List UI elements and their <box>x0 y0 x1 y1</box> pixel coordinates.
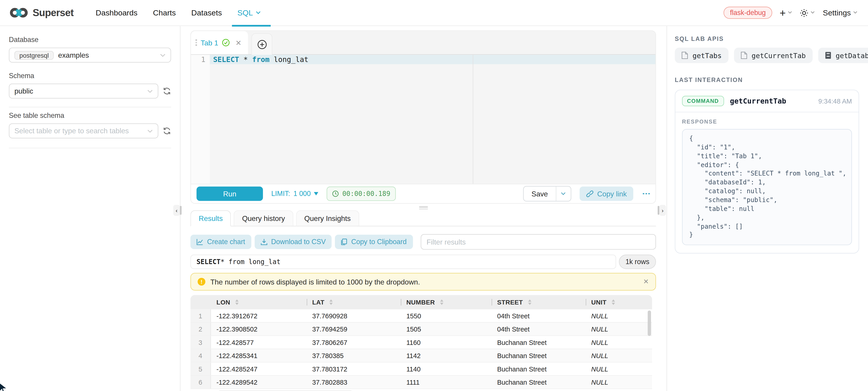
download-csv-button[interactable]: Download to CSV <box>255 235 332 249</box>
sort-icon[interactable] <box>528 299 531 305</box>
document-icon <box>741 52 747 59</box>
nav-datasets[interactable]: Datasets <box>191 0 222 26</box>
chevron-down-icon <box>853 11 858 14</box>
horizontal-scrollbar[interactable] <box>190 390 652 391</box>
more-actions-button[interactable] <box>643 193 650 194</box>
query-preview-row: SELECT * from long_lat 1k rows <box>190 255 656 269</box>
api-chip-getcurrenttab[interactable]: getCurrentTab <box>734 48 812 63</box>
row-limit-warning: ! The number of rows displayed is limite… <box>190 273 656 291</box>
table-row[interactable]: 3 -122.428577 37.7806267 1160 Buchanan S… <box>190 336 652 350</box>
table-row[interactable]: 6 -122.4289542 37.7802883 1111 Buchanan … <box>190 376 652 389</box>
results-grid: LON LAT NUMBER STREET UNIT 1 -122.391267… <box>190 295 652 389</box>
chevron-down-icon <box>256 11 261 14</box>
database-select[interactable]: postgresql examples <box>9 48 171 63</box>
response-json: { "id": "1", "title": "Tab 1", "editor":… <box>689 134 845 240</box>
table-select[interactable]: Select table or type to search tables <box>9 124 158 138</box>
table-schema-label: See table schema <box>9 112 171 120</box>
table-row[interactable]: 1 -122.3912672 37.7690928 1550 04th Stre… <box>190 309 652 323</box>
results-section: Results Query history Query Insights Cre… <box>190 210 656 391</box>
limit-dropdown[interactable]: LIMIT: 1 000 <box>271 190 318 198</box>
response-label: RESPONSE <box>682 119 852 125</box>
query-timer: 00:00:00.189 <box>327 187 396 201</box>
save-button[interactable]: Save <box>524 187 556 201</box>
tab-query-history[interactable]: Query history <box>234 210 293 226</box>
superset-infinity-icon <box>9 7 29 19</box>
link-icon <box>586 190 593 197</box>
command-badge: COMMAND <box>682 96 724 106</box>
collapse-right-panel-button[interactable]: › <box>659 205 666 216</box>
editor-tabbar: Tab 1 ✕ <box>191 31 655 55</box>
new-item-button[interactable]: + <box>780 7 793 18</box>
column-header-number[interactable]: NUMBER <box>401 295 492 309</box>
sidebar-divider <box>9 107 171 107</box>
schema-sidebar: Database postgresql examples Schema publ… <box>0 26 181 391</box>
copy-link-button[interactable]: Copy link <box>579 187 633 201</box>
table-row[interactable]: 4 -122.4285341 37.780385 1142 Buchanan S… <box>190 349 652 363</box>
chart-icon <box>196 239 203 245</box>
chevron-down-icon <box>160 53 165 57</box>
database-label: Database <box>9 36 171 43</box>
refresh-schemas-icon[interactable] <box>163 87 171 95</box>
sort-icon[interactable] <box>440 299 443 305</box>
tab-query-insights[interactable]: Query Insights <box>296 210 359 226</box>
api-chip-getdatabases[interactable]: getDatabases <box>818 48 868 63</box>
query-tab-1[interactable]: Tab 1 ✕ <box>191 31 248 54</box>
sort-icon[interactable] <box>330 299 333 305</box>
interaction-timestamp: 9:34:48 AM <box>818 97 852 105</box>
left-panel-drag-handle[interactable] <box>180 206 182 215</box>
sql-code-line: SELECT * from long_lat <box>213 55 308 64</box>
schema-select[interactable]: public <box>9 84 158 99</box>
chevron-down-icon <box>147 129 153 133</box>
close-warning-icon[interactable]: ✕ <box>643 278 649 286</box>
sun-icon <box>800 9 808 17</box>
sql-code-editor[interactable]: 1 SELECT * from long_lat <box>191 55 655 184</box>
sort-icon[interactable] <box>612 299 615 305</box>
sort-icon[interactable] <box>235 299 239 305</box>
create-chart-button[interactable]: Create chart <box>190 235 251 249</box>
column-header-lat[interactable]: LAT <box>307 295 401 309</box>
nav-charts[interactable]: Charts <box>153 0 176 26</box>
run-query-button[interactable]: Run <box>196 187 263 201</box>
warning-icon: ! <box>197 278 205 286</box>
column-header-unit[interactable]: UNIT <box>586 295 652 309</box>
panel-resize-handle[interactable] <box>419 206 428 209</box>
vertical-scrollbar[interactable] <box>648 311 651 336</box>
database-value: examples <box>58 51 89 59</box>
add-tab-button[interactable] <box>251 33 273 55</box>
column-header-street[interactable]: STREET <box>492 295 586 309</box>
grid-header-row: LON LAT NUMBER STREET UNIT <box>190 295 652 309</box>
nav-sql[interactable]: SQL <box>237 0 260 26</box>
chevron-down-icon <box>788 11 793 14</box>
brand-name: Superset <box>33 7 73 19</box>
api-chip-gettabs[interactable]: getTabs <box>675 48 728 63</box>
settings-menu[interactable]: Settings <box>823 8 858 17</box>
row-index: 2 <box>190 323 211 335</box>
nav-dashboards[interactable]: Dashboards <box>96 0 137 26</box>
table-row[interactable]: 5 -122.4285247 37.7803172 1140 Buchanan … <box>190 363 652 376</box>
collapse-left-panel-button[interactable]: ‹ <box>173 205 180 216</box>
superset-logo[interactable]: Superset <box>9 7 73 19</box>
close-tab-icon[interactable]: ✕ <box>236 38 242 47</box>
command-name: getCurrentTab <box>730 97 786 105</box>
column-header-lon[interactable]: LON <box>211 295 307 309</box>
environment-badge: flask-debug <box>723 7 772 19</box>
row-index: 5 <box>190 363 211 375</box>
table-row[interactable]: 2 -122.3908502 37.7694259 1505 04th Stre… <box>190 323 652 336</box>
save-split-button: Save <box>523 186 571 201</box>
cabinet-icon <box>825 52 831 59</box>
copy-clipboard-button[interactable]: Copy to Clipboard <box>335 235 413 249</box>
sql-lab-page: Superset Dashboards Charts Datasets SQL … <box>0 0 868 391</box>
refresh-tables-icon[interactable] <box>163 127 171 135</box>
api-chips: getTabs getCurrentTab <box>675 48 859 63</box>
save-options-caret[interactable] <box>556 187 571 201</box>
navbar-right: flask-debug + <box>723 7 858 19</box>
right-panel-drag-handle[interactable] <box>658 206 659 215</box>
row-index: 3 <box>190 336 211 349</box>
tab-results[interactable]: Results <box>190 210 231 226</box>
last-interaction-card: COMMAND getCurrentTab 9:34:48 AM RESPONS… <box>675 90 859 254</box>
sql-editor-main: Tab 1 ✕ <box>190 26 656 391</box>
theme-toggle-button[interactable] <box>800 9 815 17</box>
response-code-box: { "id": "1", "title": "Tab 1", "editor":… <box>682 129 852 246</box>
chevron-down-icon <box>147 90 153 93</box>
filter-results-input[interactable] <box>421 234 656 250</box>
